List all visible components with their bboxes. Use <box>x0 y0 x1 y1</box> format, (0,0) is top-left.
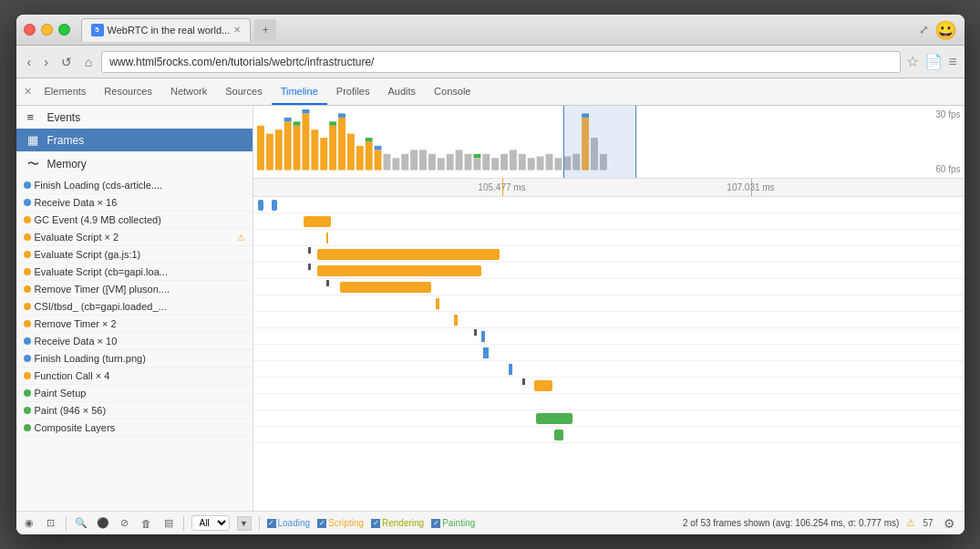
table-row <box>253 361 965 378</box>
timeline-ruler: 105.477 ms 107.031 ms <box>253 179 965 197</box>
list-item[interactable]: Paint (946 × 56) <box>16 402 253 420</box>
dot-icon[interactable]: ⚫ <box>96 516 110 531</box>
ruler-line-2 <box>751 179 752 196</box>
minimize-button[interactable] <box>41 24 53 36</box>
sidebar: ≡ Events ▦ Frames 〜 Memory Finish Loadin… <box>16 106 253 511</box>
tab-close-icon[interactable]: ✕ <box>233 25 241 35</box>
tab-elements[interactable]: Elements <box>36 78 96 105</box>
record-icon[interactable]: ◉ <box>22 516 36 531</box>
list-item[interactable]: Finish Loading (cds-article.... <box>16 177 253 194</box>
frames-icon: ▦ <box>27 133 42 147</box>
list-item[interactable]: Evaluate Script (ga.js:1) <box>16 246 253 264</box>
svg-rect-25 <box>419 150 427 170</box>
tab-audits[interactable]: Audits <box>379 78 426 105</box>
list-item[interactable]: Receive Data × 10 <box>16 333 253 350</box>
browser-tab[interactable]: 5 WebRTC in the real world... ✕ <box>81 18 252 42</box>
record-bar <box>326 233 328 243</box>
event-label: Remove Timer ([VM] pluson.... <box>35 284 245 295</box>
svg-rect-47 <box>599 154 606 171</box>
painting-filter-checkbox[interactable]: ✓ Painting <box>431 518 475 528</box>
trash-icon[interactable]: 🗑 <box>139 516 154 531</box>
rendering-filter-checkbox[interactable]: ✓ Rendering <box>371 518 424 528</box>
resize-icon[interactable]: ⤢ <box>919 23 929 36</box>
record-bar <box>317 249 500 260</box>
title-bar: 5 WebRTC in the real world... ✕ + ⤢ 😀 <box>16 15 965 46</box>
address-icons: ☆ 📄 ≡ <box>906 53 956 70</box>
list-item[interactable]: GC Event (4.9 MB collected) <box>16 212 253 229</box>
sidebar-item-events[interactable]: ≡ Events <box>16 106 253 129</box>
table-row <box>253 197 965 213</box>
svg-rect-44 <box>582 118 589 171</box>
svg-rect-41 <box>554 158 562 170</box>
star-icon[interactable]: ☆ <box>906 53 919 70</box>
tab-title: WebRTC in the real world... <box>108 25 231 36</box>
clear-icon[interactable]: ⊡ <box>44 516 58 531</box>
status-bar: ◉ ⊡ 🔍 ⚫ ⊘ 🗑 ▤ All ▼ ✓ Loading ✓ Scriptin… <box>16 511 965 534</box>
record-bar <box>534 380 552 391</box>
address-bar: ‹ › ↺ ⌂ ☆ 📄 ≡ <box>16 46 965 78</box>
list-item[interactable]: Paint Setup <box>16 385 253 402</box>
settings-button[interactable]: ⚙ <box>941 514 959 533</box>
svg-rect-11 <box>329 126 336 171</box>
address-input[interactable] <box>101 51 901 73</box>
scripting-filter-checkbox[interactable]: ✓ Scripting <box>317 518 364 528</box>
menu-icon[interactable]: ≡ <box>948 54 956 70</box>
tab-resources[interactable]: Resources <box>95 78 161 105</box>
close-button[interactable] <box>24 24 36 36</box>
svg-rect-16 <box>356 146 363 171</box>
refresh-button[interactable]: ↺ <box>57 53 76 71</box>
tab-sources[interactable]: Sources <box>216 78 271 105</box>
tab-favicon: 5 <box>91 24 104 36</box>
list-item[interactable]: Function Call × 4 <box>16 368 253 385</box>
stop-icon[interactable]: ⊘ <box>118 516 132 531</box>
svg-rect-7 <box>302 113 309 170</box>
list-item[interactable]: Composite Layers <box>16 420 253 437</box>
svg-rect-36 <box>509 150 516 170</box>
loading-filter-checkbox[interactable]: ✓ Loading <box>267 518 311 528</box>
svg-rect-8 <box>302 109 309 113</box>
back-button[interactable]: ‹ <box>24 53 36 71</box>
home-button[interactable]: ⌂ <box>81 53 96 71</box>
tab-timeline[interactable]: Timeline <box>272 78 327 105</box>
window-controls-right: ⤢ 😀 <box>919 19 957 41</box>
devtools-main: ≡ Events ▦ Frames 〜 Memory Finish Loadin… <box>16 106 965 511</box>
devtools-close-button[interactable]: ✕ <box>20 84 36 99</box>
list-item[interactable]: Remove Timer × 2 <box>16 316 253 333</box>
table-row <box>253 230 965 246</box>
list-item[interactable]: Finish Loading (turn.png) <box>16 350 253 368</box>
svg-rect-19 <box>374 150 381 170</box>
list-item[interactable]: Evaluate Script (cb=gapi.loa... <box>16 264 253 281</box>
timeline-records <box>253 197 965 511</box>
filter-dropdown-btn[interactable]: ▼ <box>237 516 252 531</box>
forward-button[interactable]: › <box>40 53 52 71</box>
list-item[interactable]: Remove Timer ([VM] pluson.... <box>16 281 253 298</box>
record-bar <box>340 282 431 293</box>
svg-rect-4 <box>284 118 291 121</box>
page-icon[interactable]: 📄 <box>924 53 943 70</box>
tab-console[interactable]: Console <box>425 78 480 105</box>
window-buttons <box>24 24 70 36</box>
svg-rect-10 <box>320 138 327 171</box>
search-icon[interactable]: 🔍 <box>74 516 88 531</box>
divider <box>259 516 260 531</box>
svg-rect-14 <box>338 113 346 117</box>
tab-network[interactable]: Network <box>161 78 216 105</box>
list-item[interactable]: Receive Data × 16 <box>16 194 253 212</box>
event-dot <box>24 216 31 223</box>
list-item[interactable]: Evaluate Script × 2 ⚠ <box>16 229 253 246</box>
new-tab-button[interactable]: + <box>254 19 276 41</box>
tab-profiles[interactable]: Profiles <box>327 78 379 105</box>
devtools-tabs: ✕ Elements Resources Network Sources Tim… <box>16 78 965 106</box>
list-item[interactable]: CSI/tbsd_ (cb=gapi.loaded_... <box>16 298 253 316</box>
svg-rect-38 <box>527 158 534 170</box>
svg-rect-37 <box>518 154 525 171</box>
sidebar-item-frames[interactable]: ▦ Frames <box>16 129 253 151</box>
svg-rect-3 <box>284 121 291 170</box>
filter-icon[interactable]: ▤ <box>161 516 176 531</box>
sidebar-item-memory[interactable]: 〜 Memory <box>16 151 253 177</box>
timeline-area: 30 fps 60 fps <box>253 106 965 511</box>
svg-rect-13 <box>338 118 346 171</box>
svg-rect-46 <box>591 138 598 171</box>
filter-select[interactable]: All <box>191 515 230 531</box>
maximize-button[interactable] <box>58 24 70 36</box>
